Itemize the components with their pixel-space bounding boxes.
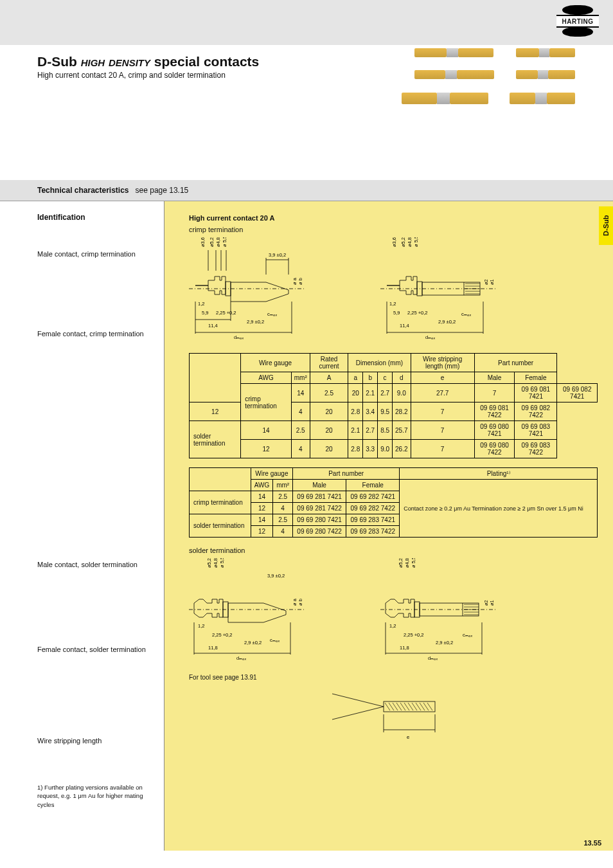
svg-text:ø3,6 -0,03: ø3,6 -0,03	[391, 237, 397, 247]
svg-line-96	[385, 703, 390, 710]
drawing-female-crimp: ø3,6 -0,03 ø5,2 ±0,2 ø4,8 -0,05 ø 5,5 ø2…	[380, 237, 560, 347]
svg-text:ø2: ø2	[483, 279, 489, 285]
photo-female-crimp	[516, 45, 577, 60]
svg-text:ø1: ø1	[489, 600, 495, 606]
table-row: 12420 2.83.39.026.2 709 69 080 742209 69…	[190, 440, 598, 458]
svg-text:ø b: ø b	[298, 599, 303, 606]
svg-text:ø3,6 -0,03: ø3,6 -0,03	[200, 237, 206, 247]
harting-logo: HARTING	[556, 6, 599, 35]
crimp-subheading: crimp termination	[189, 226, 598, 233]
svg-text:11,8: 11,8	[400, 645, 409, 651]
svg-line-94	[332, 707, 384, 719]
svg-text:2,9 ±0,2: 2,9 ±0,2	[436, 640, 453, 646]
label-wire-stripping: Wire stripping length	[37, 737, 155, 745]
svg-text:1,2: 1,2	[389, 623, 396, 629]
svg-text:3,9 ±0,2: 3,9 ±0,2	[269, 252, 286, 258]
drawing-wire-stripping: e	[326, 681, 461, 745]
dimension-table: Wire gauge Rated current Dimension (mm) …	[189, 353, 598, 458]
svg-line-106	[423, 703, 429, 710]
photo-male-solder	[414, 67, 498, 82]
identification-heading: Identification	[37, 213, 155, 222]
section-heading: High current contact 20 A	[189, 214, 598, 222]
svg-text:ø 5,5: ø 5,5	[413, 237, 419, 247]
svg-text:ø a: ø a	[292, 277, 298, 285]
tool-note: For tool see page 13.91	[189, 674, 598, 681]
svg-text:5,9: 5,9	[202, 310, 208, 316]
svg-text:ø 5,5: ø 5,5	[411, 558, 416, 568]
svg-text:1,2: 1,2	[198, 301, 204, 307]
label-female-crimp: Female contact, crimp termination	[37, 330, 155, 338]
svg-text:dₘₐₓ: dₘₐₓ	[428, 655, 438, 661]
label-male-crimp: Male contact, crimp termination	[37, 250, 155, 258]
photo-female-solder	[516, 67, 577, 82]
solder-subheading: solder termination	[189, 547, 598, 554]
svg-text:e: e	[407, 734, 409, 740]
drawing-male-solder: ø5,2 ±0,2 ø4,8 -0,05 ø 5,5 3,9 ±0,2 ø a …	[189, 558, 369, 667]
svg-text:ø1: ø1	[489, 279, 495, 285]
label-male-solder: Male contact, solder termination	[37, 561, 155, 568]
svg-text:1,2: 1,2	[389, 301, 396, 307]
svg-text:ø 5,5: ø 5,5	[219, 558, 225, 568]
svg-line-104	[416, 703, 421, 710]
svg-text:1,2: 1,2	[198, 623, 204, 629]
page-number: 13.55	[583, 839, 601, 847]
svg-text:ø4,8 -0,05: ø4,8 -0,05	[404, 558, 410, 568]
title-block: D-Sub high density special contacts High…	[0, 45, 613, 180]
right-column: D-Sub High current contact 20 A crimp te…	[164, 201, 613, 851]
svg-text:3,9 ±0,2: 3,9 ±0,2	[267, 573, 285, 579]
svg-text:ø 5,5: ø 5,5	[222, 237, 227, 247]
svg-text:ø4,8 -0,05: ø4,8 -0,05	[215, 237, 221, 247]
svg-text:ø5,2 ±0,2: ø5,2 ±0,2	[398, 558, 404, 568]
svg-text:2,9 ±0,2: 2,9 ±0,2	[438, 319, 456, 325]
svg-text:dₘₐₓ: dₘₐₓ	[425, 334, 436, 340]
svg-text:11,8: 11,8	[208, 645, 218, 651]
svg-text:11,4: 11,4	[208, 323, 218, 329]
svg-text:cₘₐₓ: cₘₐₓ	[463, 632, 473, 638]
drawing-female-solder: ø5,2 ±0,2 ø4,8 -0,05 ø 5,5 ø2 ø1 1,2 2,2…	[380, 558, 560, 667]
table-row: solder termination 142.520 2.12.78.525.7…	[190, 421, 598, 440]
photo-male-crimp	[414, 45, 498, 60]
svg-text:ø4,8 -0,05: ø4,8 -0,05	[407, 237, 413, 247]
logo-text: HARTING	[556, 15, 599, 28]
svg-line-107	[427, 703, 432, 710]
label-female-solder: Female contact, solder termination	[37, 646, 155, 653]
svg-text:ø2: ø2	[483, 600, 489, 606]
svg-text:ø5,2 ±0,2: ø5,2 ±0,2	[206, 558, 212, 568]
drawing-male-crimp: ø3,6 -0,03 ø5,2 ±0,2 ø4,8 -0,05 ø 5,5 3,…	[189, 237, 369, 347]
svg-line-103	[412, 703, 417, 710]
svg-line-98	[393, 703, 398, 710]
svg-text:2,25 +0,2: 2,25 +0,2	[212, 632, 233, 638]
svg-line-97	[389, 703, 394, 710]
photo-male-large	[402, 89, 492, 108]
svg-text:2,25 +0,2: 2,25 +0,2	[407, 310, 428, 316]
svg-text:2,25 +0,2: 2,25 +0,2	[404, 632, 424, 638]
svg-line-100	[400, 703, 405, 710]
svg-line-102	[408, 703, 413, 710]
photo-female-large	[510, 89, 577, 108]
svg-line-105	[420, 703, 425, 710]
left-column: Identification Male contact, crimp termi…	[0, 201, 164, 851]
section-tab: D-Sub	[599, 206, 613, 245]
svg-text:2,9 ±0,2: 2,9 ±0,2	[247, 319, 264, 325]
tech-characteristics-bar: Technical characteristics see page 13.15	[0, 180, 613, 201]
svg-text:ø4,8 -0,05: ø4,8 -0,05	[213, 558, 218, 568]
svg-text:cₘₐₓ: cₘₐₓ	[270, 637, 280, 643]
svg-text:cₘₐₓ: cₘₐₓ	[267, 311, 278, 317]
plating-table: Wire gauge Part number Plating¹⁾ AWGmm² …	[189, 467, 598, 538]
svg-line-93	[332, 694, 384, 707]
svg-line-99	[396, 703, 402, 710]
svg-text:ø a: ø a	[292, 598, 298, 606]
svg-text:ø5,2 ±0,2: ø5,2 ±0,2	[209, 237, 215, 247]
plating-footnote: 1) Further plating versions available on…	[37, 783, 155, 809]
svg-text:dₘₐₓ: dₘₐₓ	[234, 334, 244, 340]
svg-text:ø5,2 ±0,2: ø5,2 ±0,2	[400, 237, 406, 247]
table-row: crimp termination 142.520 2.12.79.027.7 …	[190, 384, 598, 402]
svg-text:ø b: ø b	[298, 278, 303, 285]
svg-text:2,25 +0,2: 2,25 +0,2	[216, 310, 236, 316]
svg-text:dₘₐₓ: dₘₐₓ	[236, 655, 247, 661]
svg-text:5,9: 5,9	[393, 310, 400, 316]
svg-text:2,9 ±0,2: 2,9 ±0,2	[244, 640, 262, 646]
svg-text:cₘₐₓ: cₘₐₓ	[461, 311, 472, 317]
svg-line-101	[404, 703, 409, 710]
product-photos	[365, 45, 577, 114]
